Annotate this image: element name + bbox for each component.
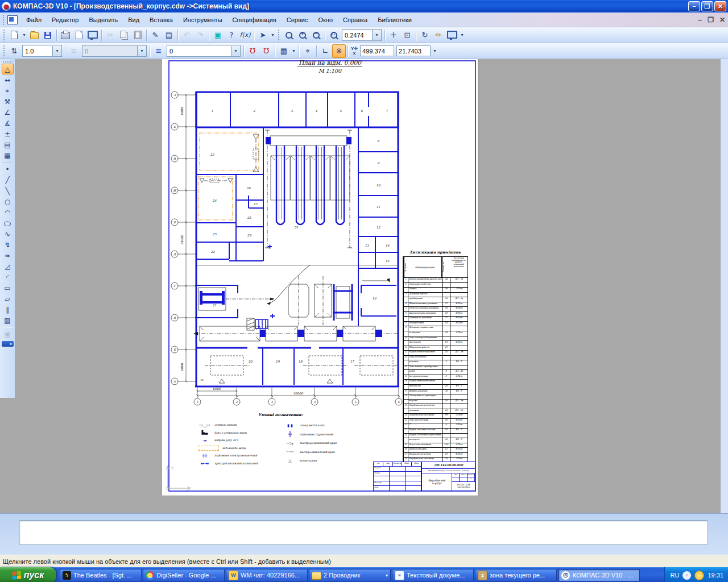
snap-toggle-button[interactable]: Ω	[259, 44, 273, 58]
child-close-button[interactable]: ✕	[717, 16, 728, 24]
tray-app-icon[interactable]	[694, 571, 704, 580]
grid-button[interactable]: ▦	[277, 44, 291, 58]
hide-icons-chevron[interactable]: ‹	[682, 571, 691, 580]
document-window-icon[interactable]	[7, 15, 18, 24]
new-document-button[interactable]	[7, 28, 21, 42]
redraw-button[interactable]: ✏	[432, 28, 445, 42]
editing-tool-button[interactable]: ⚒	[2, 96, 14, 107]
circle-tool-button[interactable]: ○	[2, 196, 14, 207]
menu-item[interactable]: Окно	[313, 15, 338, 25]
task-button[interactable]: 2 Проводник ▾	[309, 569, 391, 581]
show-all-button[interactable]: ⊡	[400, 28, 414, 42]
collect-contour-tool-button[interactable]: ▱	[2, 293, 14, 304]
zoom-toolbar-grip[interactable]	[278, 29, 280, 41]
copy-button[interactable]	[117, 28, 131, 42]
palette-expander[interactable]: ▸	[2, 341, 14, 347]
menu-item[interactable]: Выделить	[84, 15, 123, 25]
task-button[interactable]: Ⓚ КОМПАС-3D V10 - ...	[558, 569, 640, 581]
zoom-out-button[interactable]: −	[309, 28, 323, 42]
chamfer-tool-button[interactable]: ◿	[2, 261, 14, 272]
toolbar-overflow[interactable]: ▾	[432, 48, 438, 53]
bezier-tool-button[interactable]: ≈	[2, 250, 14, 261]
menu-item[interactable]: Редактор	[47, 15, 84, 25]
snap-settings-button[interactable]: Ω	[246, 44, 259, 58]
toolbar-grip[interactable]	[3, 45, 6, 57]
auxiliary-line-tool-button[interactable]: ╱	[2, 174, 14, 185]
cursor-step-value[interactable]: 1.0	[23, 48, 52, 55]
undo-button[interactable]: ↶	[180, 28, 193, 42]
specification-tool-button[interactable]: ▤	[2, 139, 14, 150]
hatch-tool-button[interactable]: ▨	[2, 315, 14, 326]
menu-item[interactable]: Библиотеки	[373, 15, 417, 25]
drawing-workspace[interactable]: △ ↔ ⌖ ⚒ ∠ ∡ ± ▤ ▦ • ╱ ╲ ○ ◠ ◯ ∿ ↯ ≈ ◿ ◜ …	[0, 59, 721, 513]
layer-back-button[interactable]: ≡	[67, 44, 81, 58]
toolbar-overflow[interactable]: ▾	[459, 32, 465, 38]
task-button[interactable]: z зона текущего ре...	[475, 569, 557, 581]
grid-dropdown[interactable]: ▾	[291, 48, 297, 53]
menu-item[interactable]: Сервис	[282, 15, 313, 25]
drawing-sheet[interactable]: План на відм. 0,000 М 1:100	[162, 59, 478, 496]
cursor-step-combo[interactable]: 1.0 ▾	[22, 45, 62, 57]
menu-item[interactable]: Вставка	[144, 15, 178, 25]
properties-button[interactable]: ▤	[162, 28, 176, 42]
close-button[interactable]: ✕	[714, 1, 726, 11]
point-tool-button[interactable]: •	[2, 164, 14, 174]
cursor-step-button[interactable]: ⇅	[7, 44, 21, 58]
language-indicator[interactable]: RU	[671, 572, 680, 579]
layer-value[interactable]: 0	[167, 48, 231, 55]
new-document-dropdown[interactable]: ▾	[21, 32, 27, 38]
open-document-button[interactable]	[27, 28, 41, 42]
reports-tool-button[interactable]: ▦	[2, 150, 14, 161]
save-button[interactable]	[41, 28, 55, 42]
menu-item[interactable]: Файл	[21, 15, 47, 25]
layer-combo[interactable]: 0 ▾	[167, 45, 241, 57]
rebuild-button[interactable]: ↻	[418, 28, 432, 42]
layer-dropdown[interactable]: ▾	[231, 46, 240, 56]
hatch-lines-tool-button[interactable]: ∥	[2, 304, 14, 315]
taskbar-clock[interactable]: 19:31	[708, 572, 723, 579]
menu-grip[interactable]	[2, 14, 5, 26]
task-button[interactable]: DigiSeller - Google ...	[143, 569, 225, 581]
task-button[interactable]: ϟ The Beatles - [Sgt. ...	[60, 569, 142, 581]
zoom-area-button[interactable]: ▫	[327, 28, 341, 42]
cut-button[interactable]: ✂	[104, 28, 117, 42]
print-button[interactable]	[59, 28, 72, 42]
ortho-button[interactable]: ∟	[318, 44, 332, 58]
layers-button[interactable]: ≡	[152, 44, 166, 58]
restore-button[interactable]: ❐	[701, 1, 713, 11]
local-axes-button[interactable]: ⌖	[301, 44, 315, 58]
zoom-in-button[interactable]: +	[296, 28, 309, 42]
polyline-tool-button[interactable]: ↯	[2, 239, 14, 250]
arc-tool-button[interactable]: ◠	[2, 207, 14, 218]
menu-item[interactable]: Справка	[338, 15, 373, 25]
minimize-button[interactable]: –	[688, 1, 700, 11]
selection-tool-button[interactable]: ±	[2, 128, 14, 139]
coordinate-x-field[interactable]: 21.7403	[396, 45, 431, 56]
toolbar-grip[interactable]	[3, 29, 6, 41]
zoom-scale-combo[interactable]: 0.2474 ▾	[342, 29, 382, 41]
task-button[interactable]: W WM-чат: 40229166...	[226, 569, 308, 581]
nurbs-tool-button[interactable]: ∿	[2, 228, 14, 239]
task-button[interactable]: ≡ Текстовый докуме...	[392, 569, 474, 581]
dimensions-tool-button[interactable]: ↔	[2, 74, 14, 85]
measure-tool-button[interactable]: ∡	[2, 118, 14, 128]
rectangle-tool-button[interactable]: ▭	[2, 282, 14, 293]
help-topics-button[interactable]: ?	[225, 28, 238, 42]
coordinate-y-field[interactable]: 499.374	[360, 45, 394, 56]
zoom-frame-button[interactable]	[282, 28, 296, 42]
library-manager-button[interactable]: ▣	[211, 28, 225, 42]
menu-item[interactable]: Вид	[123, 15, 144, 25]
cursor-step-dropdown[interactable]: ▾	[52, 46, 61, 56]
child-restore-button[interactable]: ❐	[705, 16, 717, 24]
object-help-button[interactable]: ➤	[256, 28, 270, 42]
print-preview-button[interactable]	[72, 28, 86, 42]
variables-button[interactable]: f(x)	[238, 28, 252, 42]
object-help-dropdown[interactable]: ▾	[270, 32, 276, 38]
segment-tool-button[interactable]: ╲	[2, 185, 14, 196]
redo-button[interactable]: ↷	[193, 28, 207, 42]
zoom-scale-value[interactable]: 0.2474	[342, 32, 372, 39]
designations-tool-button[interactable]: ⌖	[2, 85, 14, 96]
geometry-tool-button[interactable]: △	[2, 64, 14, 74]
copy-properties-button[interactable]: ✎	[148, 28, 162, 42]
screen-view-button[interactable]	[445, 28, 459, 42]
